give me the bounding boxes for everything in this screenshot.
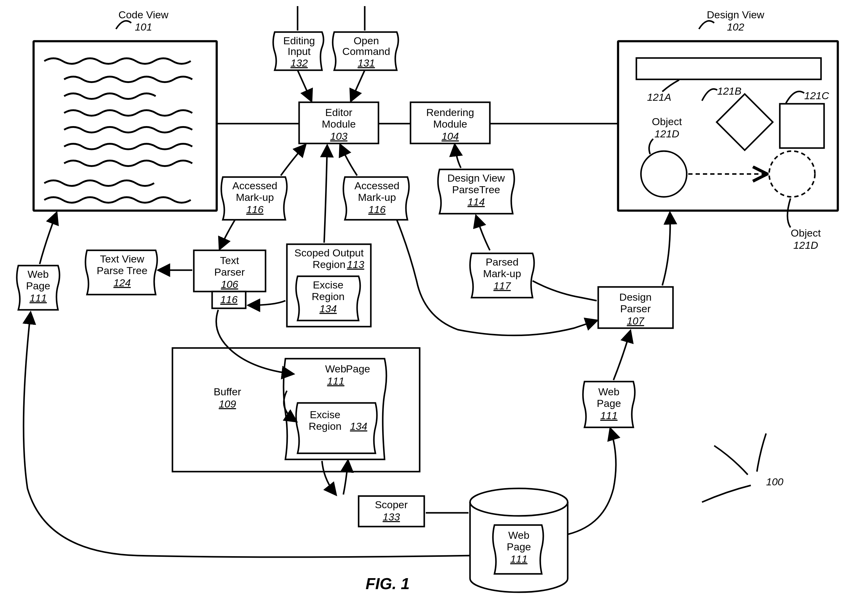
buffer: Buffer 109 Web Page 111 Excise Region 13… [173,348,420,471]
svg-text:Accessed: Accessed [232,180,277,192]
svg-text:109: 109 [219,398,236,410]
svg-text:Excise: Excise [310,409,340,420]
svg-text:124: 124 [113,277,131,288]
parsed-markup-doc: Parsed Mark-up 117 [470,253,597,301]
svg-text:117: 117 [493,280,511,292]
svg-text:100: 100 [766,476,784,487]
object-121a [636,58,821,79]
svg-text:Buffer: Buffer [214,386,241,398]
svg-text:116: 116 [220,294,238,305]
svg-text:Region: Region [312,291,344,302]
system-ref-100: 100 [702,434,784,502]
editor-module: Editor Module 103 [299,102,379,143]
svg-text:113: 113 [347,259,365,270]
web-page-doc-left: Web Page 111 [17,213,60,310]
svg-text:Text: Text [220,255,239,266]
svg-text:116: 116 [368,204,386,215]
accessed-markup-doc-left: Accessed Mark-up 116 [220,145,305,249]
web-page-doc-right: Web Page 111 [583,331,635,427]
svg-text:111: 111 [600,410,618,421]
svg-text:Web: Web [27,268,49,280]
svg-text:Web: Web [508,529,529,541]
svg-text:Parser: Parser [620,303,651,314]
svg-text:121B: 121B [717,85,742,97]
svg-text:132: 132 [291,57,308,69]
svg-text:Module: Module [433,118,467,130]
svg-text:Scoped Output: Scoped Output [295,247,364,259]
svg-text:Module: Module [322,118,356,130]
svg-text:Mark-up: Mark-up [358,192,396,203]
svg-text:116: 116 [246,204,264,215]
svg-text:Web: Web [325,363,346,374]
scoper: Scoper 133 [358,496,424,526]
open-command-doc: Open Command 131 [333,6,398,101]
svg-text:111: 111 [30,292,47,304]
svg-text:121D: 121D [654,128,679,140]
svg-text:Design: Design [619,291,652,303]
svg-text:121C: 121C [804,90,829,101]
figure-label: FIG. 1 [366,575,410,592]
svg-text:Command: Command [343,46,390,57]
svg-text:ParseTree: ParseTree [452,184,500,195]
design-view-ref: 102 [727,21,745,33]
svg-text:133: 133 [383,511,400,523]
rendering-module: Rendering Module 104 [410,102,490,143]
svg-text:Editor: Editor [325,107,352,118]
database: Web Page 111 [470,489,568,592]
svg-text:Region: Region [309,420,341,432]
svg-text:Scoper: Scoper [375,499,408,511]
svg-text:104: 104 [441,130,459,142]
svg-text:Input: Input [288,46,311,57]
small-116: 116 [212,292,246,308]
design-view: Design View 102 121A 121B 121C Object 12… [618,9,838,251]
editing-input-doc: Editing Input 132 [273,6,324,101]
svg-text:Page: Page [507,541,531,553]
code-view-ref: 101 [135,21,152,33]
svg-text:121A: 121A [647,91,671,103]
svg-text:111: 111 [510,553,528,565]
text-view-parsetree-doc: Text View Parse Tree 124 [85,250,157,295]
svg-text:Mark-up: Mark-up [483,268,521,279]
text-parser: Text Parser 106 [194,250,266,292]
svg-text:Excise: Excise [313,279,343,291]
accessed-markup-doc-center: Accessed Mark-up 116 [340,145,409,220]
svg-text:Page: Page [346,363,370,374]
svg-text:Parsed: Parsed [485,256,518,268]
svg-text:Design View: Design View [448,172,505,184]
svg-text:Mark-up: Mark-up [236,192,274,203]
svg-text:Page: Page [597,398,621,409]
svg-text:Open: Open [354,35,379,46]
svg-text:Editing: Editing [283,35,315,46]
svg-text:111: 111 [327,375,344,387]
svg-text:Text View: Text View [100,253,145,265]
svg-text:Accessed: Accessed [354,180,399,192]
design-view-title: Design View [707,9,765,20]
svg-text:Parser: Parser [214,266,245,278]
svg-text:131: 131 [358,57,375,69]
svg-text:103: 103 [330,130,348,142]
svg-rect-0 [34,41,217,211]
svg-text:121D: 121D [793,239,818,251]
svg-text:Web: Web [598,386,619,398]
code-view-title: Code View [118,9,168,20]
scoped-output-region: Scoped Output Region 113 Excise Region 1… [287,244,371,327]
svg-text:134: 134 [350,420,368,432]
object-121d [641,151,687,197]
svg-text:Object: Object [791,227,821,239]
svg-text:Rendering: Rendering [426,107,474,118]
svg-text:Object: Object [652,116,682,127]
svg-text:134: 134 [319,303,337,314]
design-view-parsetree-doc: Design View ParseTree 114 [438,145,514,250]
web-page-doc-buffer: Web Page 111 Excise Region 134 [284,359,387,459]
svg-text:107: 107 [627,315,644,327]
svg-text:Page: Page [26,280,50,292]
svg-text:Region: Region [313,259,346,270]
svg-text:114: 114 [468,196,485,207]
object-121c [780,104,824,148]
svg-text:Parse Tree: Parse Tree [97,265,148,276]
design-parser: Design Parser 107 [598,287,673,328]
code-view: Code View 101 [34,9,217,211]
svg-text:106: 106 [221,278,238,290]
